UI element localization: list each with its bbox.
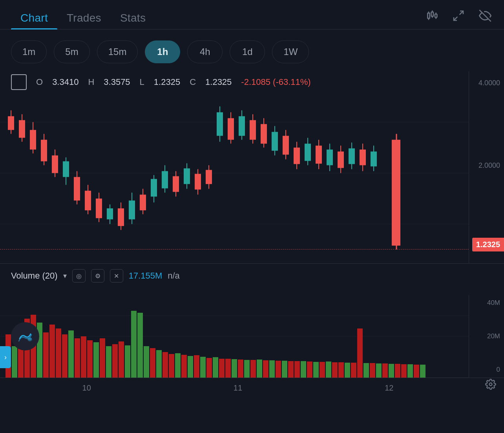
svg-rect-135: [301, 361, 306, 378]
price-tick-4: 4.0000: [469, 79, 504, 87]
svg-rect-0: [427, 13, 429, 18]
svg-rect-16: [8, 116, 14, 130]
time-axis-bar: 10 11 12: [0, 378, 504, 396]
vol-tick-40m: 40M: [469, 299, 504, 307]
settings-icon[interactable]: [485, 379, 496, 393]
svg-rect-121: [213, 357, 218, 378]
svg-rect-52: [206, 170, 212, 184]
high-value: 3.3575: [104, 77, 130, 87]
svg-rect-116: [181, 355, 187, 378]
low-value: 1.2325: [154, 77, 180, 87]
side-panel-toggle[interactable]: ›: [0, 346, 11, 368]
svg-rect-144: [357, 328, 363, 378]
svg-rect-127: [250, 360, 256, 378]
svg-rect-95: [49, 325, 55, 378]
svg-rect-44: [162, 171, 168, 188]
svg-rect-32: [96, 198, 102, 218]
high-label: H: [88, 77, 94, 87]
tab-stats[interactable]: Stats: [111, 7, 155, 29]
vol-tick-20m: 20M: [469, 332, 504, 340]
svg-rect-26: [63, 161, 69, 177]
svg-rect-118: [194, 355, 199, 378]
svg-rect-125: [238, 360, 243, 378]
svg-rect-89: [12, 346, 17, 378]
svg-rect-18: [19, 120, 25, 138]
svg-rect-111: [150, 348, 155, 378]
header-icons: [424, 8, 493, 28]
svg-rect-110: [144, 346, 149, 378]
svg-rect-60: [250, 120, 256, 140]
svg-rect-80: [360, 150, 366, 165]
svg-rect-138: [320, 362, 325, 378]
svg-rect-56: [228, 118, 234, 140]
svg-rect-64: [272, 132, 278, 151]
hide-icon[interactable]: [477, 8, 493, 24]
volume-eye-btn[interactable]: ◎: [72, 269, 86, 283]
svg-rect-147: [376, 363, 382, 378]
svg-rect-148: [382, 363, 388, 378]
svg-rect-113: [163, 352, 168, 378]
volume-close-btn[interactable]: ✕: [110, 269, 123, 283]
svg-rect-48: [184, 168, 190, 184]
volume-axis: 40M 20M 0: [469, 295, 504, 378]
fullscreen-icon[interactable]: [451, 8, 466, 24]
tf-1d[interactable]: 1d: [230, 40, 265, 63]
svg-rect-132: [282, 361, 287, 378]
svg-rect-98: [68, 330, 74, 378]
svg-rect-143: [351, 363, 356, 378]
tf-15m[interactable]: 15m: [97, 40, 138, 63]
svg-rect-34: [107, 208, 113, 219]
svg-rect-78: [349, 149, 355, 164]
svg-rect-152: [407, 364, 413, 378]
current-price-line: [0, 249, 469, 250]
svg-rect-82: [371, 152, 377, 167]
close-value: 1.2325: [205, 77, 232, 87]
svg-rect-122: [219, 359, 225, 378]
svg-rect-117: [188, 356, 193, 378]
svg-rect-126: [244, 360, 250, 378]
svg-rect-96: [56, 328, 61, 378]
tf-1m[interactable]: 1m: [11, 40, 47, 63]
svg-rect-142: [345, 363, 350, 378]
svg-rect-154: [420, 365, 425, 378]
tab-trades[interactable]: Trades: [57, 7, 111, 29]
time-label-12: 12: [314, 383, 465, 393]
svg-rect-3: [431, 12, 433, 17]
svg-rect-108: [131, 311, 137, 378]
svg-rect-97: [62, 334, 68, 378]
svg-rect-106: [119, 341, 124, 378]
tf-5m[interactable]: 5m: [54, 40, 89, 63]
svg-rect-109: [137, 313, 143, 378]
open-label: O: [36, 77, 43, 87]
svg-rect-94: [43, 332, 49, 378]
svg-rect-134: [294, 361, 300, 378]
svg-rect-136: [307, 361, 312, 378]
svg-rect-145: [363, 363, 369, 378]
tf-1h[interactable]: 1h: [145, 40, 180, 63]
svg-rect-112: [156, 350, 162, 378]
svg-rect-99: [75, 338, 80, 378]
svg-rect-120: [206, 358, 212, 378]
svg-rect-115: [175, 353, 181, 378]
svg-rect-6: [435, 14, 437, 17]
ohlc-bar: O 3.3410 H 3.3575 L 1.2325 C 1.2325 -2.1…: [11, 74, 311, 90]
candlestick-icon[interactable]: [424, 8, 440, 24]
volume-label: Volume (20): [11, 271, 58, 281]
svg-rect-22: [41, 140, 47, 161]
tf-4h[interactable]: 4h: [187, 40, 223, 63]
svg-rect-103: [100, 338, 105, 378]
price-tick-2: 2.0000: [469, 161, 504, 170]
tf-1w[interactable]: 1W: [272, 40, 309, 63]
svg-rect-42: [151, 179, 157, 196]
volume-chevron-icon[interactable]: ▾: [63, 272, 67, 280]
time-label-10: 10: [11, 383, 162, 393]
svg-rect-20: [30, 130, 36, 150]
svg-point-155: [489, 383, 492, 386]
logo-button[interactable]: [11, 322, 39, 350]
svg-rect-107: [125, 345, 130, 378]
svg-rect-101: [87, 340, 93, 378]
tab-chart[interactable]: Chart: [11, 7, 57, 29]
volume-settings-btn[interactable]: ⚙: [91, 269, 104, 283]
svg-rect-151: [401, 364, 407, 378]
svg-rect-128: [257, 360, 262, 378]
